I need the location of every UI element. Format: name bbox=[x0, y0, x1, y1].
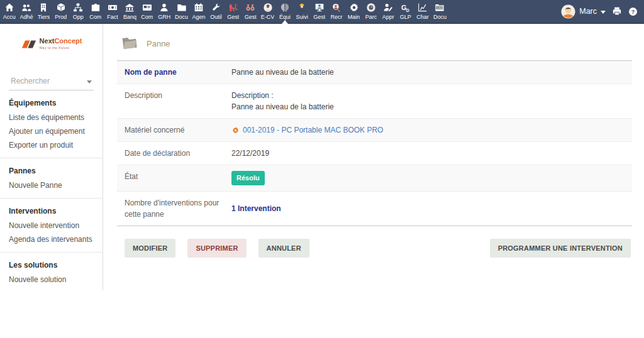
topbar-item-equi-16[interactable]: Équi bbox=[276, 0, 293, 23]
topbar-item-banq-7[interactable]: Banq bbox=[121, 0, 138, 23]
sidebar: NextConcept Way to the Future Équipement… bbox=[0, 24, 103, 290]
field-value: 001-2019 - PC Portable MAC BOOK PRO bbox=[225, 124, 625, 136]
topbar-item-gest-18[interactable]: Gest bbox=[311, 0, 328, 23]
worker-icon bbox=[297, 3, 307, 13]
sidebar-menu: ÉquipementsListe des équipementsAjouter … bbox=[9, 99, 94, 286]
forklift-icon bbox=[228, 3, 238, 13]
topbar-item-gest-14[interactable]: Gest bbox=[242, 0, 258, 23]
topbar-item-docu-10[interactable]: Docu bbox=[173, 0, 190, 23]
field-value: 22/12/2019 bbox=[225, 148, 625, 159]
topbar: AccuAdhéTiersProdOppComFactBanqComGRHDoc… bbox=[0, 0, 644, 24]
sidebar-section-les-solutions: Les solutions bbox=[9, 261, 94, 270]
topbar-item-outil-12[interactable]: Outil bbox=[208, 0, 225, 23]
gear-icon bbox=[349, 3, 359, 13]
topbar-item-label: Équi bbox=[279, 13, 291, 21]
topbar-item-appr-22[interactable]: Appr bbox=[380, 0, 397, 23]
topbar-item-label: Prod bbox=[55, 13, 67, 21]
menu-separator bbox=[0, 252, 103, 253]
topbar-item-char-24[interactable]: Char bbox=[414, 0, 431, 23]
topbar-item-gest-13[interactable]: Gest bbox=[225, 0, 242, 23]
sidebar-item-ajouter-un-equipement[interactable]: Ajouter un équipement bbox=[9, 124, 94, 138]
brand-name-concept: Concept bbox=[54, 37, 82, 45]
topbar-item-grh-9[interactable]: GRH bbox=[156, 0, 173, 23]
sidebar-item-nouvelle-intervention[interactable]: Nouvelle intervention bbox=[9, 219, 94, 232]
detail-row-materiel-concerne: Matériel concerné001-2019 - PC Portable … bbox=[117, 119, 632, 142]
topbar-item-label: Appr bbox=[382, 13, 394, 21]
svg-text:?: ? bbox=[631, 8, 635, 14]
brand-logo-icon bbox=[21, 39, 37, 50]
field-value: Résolu bbox=[225, 171, 625, 185]
user-menu[interactable]: Marc bbox=[561, 4, 606, 19]
monitor-user-icon bbox=[314, 3, 325, 13]
supprimer-button[interactable]: SUPPRIMER bbox=[187, 239, 246, 258]
topbar-item-tiers-2[interactable]: Tiers bbox=[35, 0, 52, 23]
help-icon: ? bbox=[628, 7, 638, 16]
topbar-item-label: Gest bbox=[245, 13, 257, 21]
topbar-item-main-20[interactable]: Main bbox=[345, 0, 362, 23]
dropdown-arrow-icon bbox=[87, 80, 92, 84]
gear-orange-icon bbox=[231, 126, 240, 134]
title-folder-icon bbox=[121, 34, 138, 50]
sidebar-item-exporter-un-produit[interactable]: Exporter un produit bbox=[9, 138, 94, 152]
sidebar-item-agenda-des-intervenants[interactable]: Agenda des intervenants bbox=[9, 232, 94, 246]
folder-icon bbox=[177, 3, 187, 13]
topbar-items: AccuAdhéTiersProdOppComFactBanqComGRHDoc… bbox=[0, 0, 448, 23]
field-value: Description :Panne au niveau de la batte… bbox=[225, 90, 625, 112]
material-link[interactable]: 001-2019 - PC Portable MAC BOOK PRO bbox=[243, 124, 383, 136]
menu-separator bbox=[0, 198, 103, 199]
field-label: Nom de panne bbox=[125, 67, 225, 78]
topbar-item-label: Banq bbox=[123, 13, 136, 21]
cv-avatar-icon bbox=[263, 3, 273, 13]
detail-row-date-de-declaration: Date de déclaration22/12/2019 bbox=[117, 142, 632, 165]
topbar-item-fact-6[interactable]: Fact bbox=[104, 0, 121, 23]
person-icon bbox=[159, 3, 169, 13]
topbar-item-suivi-17[interactable]: Suivi bbox=[294, 0, 311, 23]
topbar-item-label: Fact bbox=[107, 13, 118, 21]
search-dropdown[interactable] bbox=[9, 74, 94, 90]
modifier-button[interactable]: MODIFIER bbox=[125, 239, 175, 258]
topbar-item-label: Docu bbox=[175, 13, 188, 21]
annuler-button[interactable]: ANNULER bbox=[258, 239, 309, 258]
topbar-item-accu-0[interactable]: Accu bbox=[1, 0, 18, 23]
field-label: Description bbox=[125, 90, 225, 112]
topbar-item-com-5[interactable]: Com bbox=[87, 0, 104, 23]
main-content: Panne Nom de pannePanne au niveau de la … bbox=[103, 24, 644, 338]
topbar-item-parc-21[interactable]: Parc bbox=[362, 0, 379, 23]
bank-icon bbox=[125, 3, 135, 13]
print-button[interactable] bbox=[612, 6, 622, 16]
topbar-item-recr-19[interactable]: Recr bbox=[328, 0, 345, 23]
search-input[interactable] bbox=[11, 77, 87, 85]
help-button[interactable]: ? bbox=[628, 7, 638, 16]
topbar-item-agen-11[interactable]: Agen bbox=[190, 0, 207, 23]
svg-text:D: D bbox=[406, 8, 409, 13]
field-value: Panne au niveau de la batterie bbox=[225, 67, 625, 78]
topbar-item-com-8[interactable]: Com bbox=[138, 0, 155, 23]
binoculars-icon bbox=[245, 3, 255, 13]
interventions-link[interactable]: 1 Intervention bbox=[231, 203, 281, 214]
topbar-item-glp-23[interactable]: GDGLP bbox=[397, 0, 414, 23]
topbar-item-label: Gest bbox=[313, 13, 325, 21]
detail-row-nom-de-panne: Nom de pannePanne au niveau de la batter… bbox=[117, 61, 632, 84]
brain-icon bbox=[280, 3, 290, 13]
topbar-item-label: Com bbox=[141, 13, 153, 21]
page-header: Panne bbox=[117, 34, 632, 53]
sidebar-item-nouvelle-solution[interactable]: Nouvelle solution bbox=[9, 273, 94, 286]
programmer-intervention-button[interactable]: PROGRAMMER UNE INTERVENTION bbox=[490, 239, 631, 258]
brand-name-next: Next bbox=[40, 37, 55, 45]
sidebar-item-nouvelle-panne[interactable]: Nouvelle Panne bbox=[9, 178, 94, 192]
topbar-item-label: Suivi bbox=[296, 13, 309, 21]
money-icon bbox=[108, 3, 118, 13]
topbar-item-label: Agen bbox=[192, 13, 205, 21]
topbar-item-opp-4[interactable]: Opp bbox=[70, 0, 87, 23]
topbar-item-docu-25[interactable]: GEDDocu bbox=[431, 0, 448, 23]
card-icon bbox=[142, 3, 152, 13]
value-line: Description : bbox=[231, 90, 625, 101]
topbar-item-prod-3[interactable]: Prod bbox=[52, 0, 69, 23]
topbar-item-e-cv-15[interactable]: E-CV bbox=[259, 0, 276, 23]
topbar-item-adhe-1[interactable]: Adhé bbox=[18, 0, 35, 23]
person-pen-icon bbox=[383, 3, 393, 13]
field-label: État bbox=[125, 171, 225, 185]
users-icon bbox=[21, 3, 31, 13]
chart-icon bbox=[418, 3, 428, 13]
sidebar-item-liste-des-equipements[interactable]: Liste des équipements bbox=[9, 111, 94, 124]
